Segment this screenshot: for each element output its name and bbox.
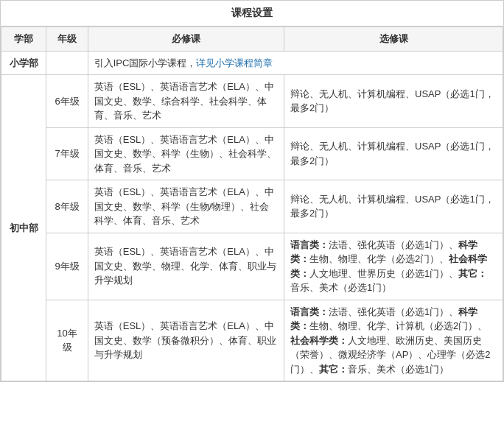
required-cell: 英语（ESL）、英语语言艺术（ELA）、中国文史、数学、物理、化学、体育、职业与… — [88, 233, 284, 300]
grade-cell: 7年级 — [46, 127, 88, 180]
table-row: 初中部 6年级 英语（ESL）、英语语言艺术（ELA）、中国文史、数学、综合科学… — [1, 75, 503, 128]
grade-cell — [46, 51, 88, 75]
elective-cell: 语言类：法语、强化英语（必选1门）、科学类：生物、物理、化学（必选2门）、社会科… — [284, 233, 503, 300]
grade-cell: 6年级 — [46, 75, 88, 128]
dept-cell-primary: 小学部 — [1, 51, 46, 75]
grade-cell: 8年级 — [46, 180, 88, 233]
table-row: 小学部 引入IPC国际小学课程，详见小学课程简章 — [1, 51, 503, 75]
header-grade: 年级 — [46, 27, 88, 52]
elective-cell: 语言类：法语、强化英语（必选1门）、科学类：生物、物理、化学、计算机（必选2门）… — [284, 300, 503, 381]
grade-cell: 9年级 — [46, 233, 88, 300]
course-table-wrapper: 课程设置 学部 年级 必修课 选修课 小学部 引入IPC国际小学课程，详见小学课… — [0, 0, 504, 382]
header-required: 必修课 — [88, 27, 284, 52]
table-row: 9年级 英语（ESL）、英语语言艺术（ELA）、中国文史、数学、物理、化学、体育… — [1, 233, 503, 300]
required-cell: 英语（ESL）、英语语言艺术（ELA）、中国文史、数学（预备微积分）、体育、职业… — [88, 300, 284, 381]
link-details[interactable]: 详见小学课程简章 — [196, 57, 273, 68]
header-dept: 学部 — [1, 27, 46, 52]
table-title: 课程设置 — [1, 1, 503, 27]
table-row: 7年级 英语（ESL）、英语语言艺术（ELA）、中国文史、数学、科学（生物）、社… — [1, 127, 503, 180]
table-row: 8年级 英语（ESL）、英语语言艺术（ELA）、中国文史、数学、科学（生物/物理… — [1, 180, 503, 233]
header-row: 学部 年级 必修课 选修课 — [1, 27, 503, 52]
elective-cell: 辩论、无人机、计算机编程、USAP（必选1门，最多2门） — [284, 127, 503, 180]
required-cell: 英语（ESL）、英语语言艺术（ELA）、中国文史、数学、科学（生物/物理）、社会… — [88, 180, 284, 233]
elective-cell: 辩论、无人机、计算机编程、USAP（必选1门，最多2门） — [284, 180, 503, 233]
required-cell: 英语（ESL）、英语语言艺术（ELA）、中国文史、数学、科学（生物）、社会科学、… — [88, 127, 284, 180]
header-elective: 选修课 — [284, 27, 503, 52]
required-cell: 英语（ESL）、英语语言艺术（ELA）、中国文史、数学、综合科学、社会科学、体育… — [88, 75, 284, 128]
dept-cell-middle: 初中部 — [1, 75, 46, 381]
required-text: 引入IPC国际小学课程， — [94, 57, 197, 68]
grade-cell: 10年级 — [46, 300, 88, 381]
elective-cell: 辩论、无人机、计算机编程、USAP（必选1门，最多2门） — [284, 75, 503, 128]
table-row: 10年级 英语（ESL）、英语语言艺术（ELA）、中国文史、数学（预备微积分）、… — [1, 300, 503, 381]
required-cell: 引入IPC国际小学课程，详见小学课程简章 — [88, 51, 503, 75]
course-table: 学部 年级 必修课 选修课 小学部 引入IPC国际小学课程，详见小学课程简章 初… — [1, 27, 503, 381]
